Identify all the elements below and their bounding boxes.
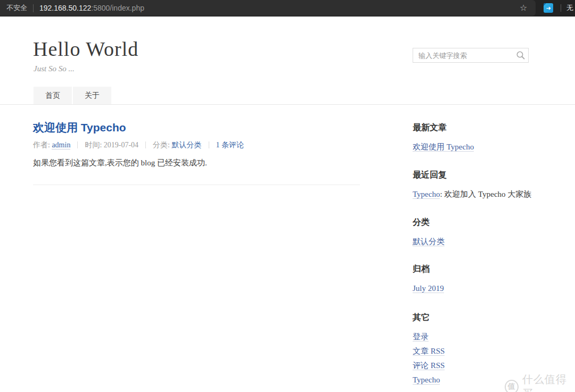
sidebar-section-categories: 分类 默认分类: [413, 218, 572, 249]
nav-bottom-border: [0, 104, 575, 105]
search-box: [413, 48, 529, 63]
main-nav: 首页 关于: [34, 87, 112, 104]
list-item: 评论 RSS: [413, 358, 572, 373]
meta-separator: [145, 141, 146, 148]
comments-link[interactable]: 1 条评论: [216, 141, 244, 149]
search-icon[interactable]: [515, 50, 526, 61]
sidebar-section-archives: 归档 July 2019: [413, 264, 572, 296]
post-meta: 作者: admin时间: 2019-07-04分类: 默认分类1 条评论: [33, 140, 244, 150]
sidebar-title-recent-comments: 最近回复: [413, 170, 572, 180]
sidebar-section-recent-posts: 最新文章 欢迎使用 Typecho: [413, 123, 572, 154]
nav-tab-home[interactable]: 首页: [34, 87, 72, 104]
site-subtitle: Just So So ...: [34, 64, 75, 73]
site-title[interactable]: Hello World: [33, 37, 138, 61]
search-input[interactable]: [413, 52, 515, 60]
smzdm-watermark-text: 什么值得买: [522, 372, 575, 392]
list-item: 文章 RSS: [413, 344, 572, 358]
time-label: 时间:: [85, 141, 103, 149]
browser-window: 不安全 192.168.50.122:5800/index.php ☆ ➜ 无 …: [0, 0, 575, 392]
smzdm-watermark: 值 什么值得买: [505, 372, 575, 392]
address-bar-content: 不安全 192.168.50.122:5800/index.php ☆ ➜ 无: [0, 0, 575, 16]
author-link[interactable]: admin: [52, 141, 70, 149]
smzdm-badge-icon: 值: [505, 380, 519, 392]
sidebar-title-archives: 归档: [413, 264, 572, 274]
sidebar-title-misc: 其它: [413, 313, 572, 322]
sidebar-section-recent-comments: 最近回复 Typecho: 欢迎加入 Typecho 大家族: [413, 170, 572, 202]
category-link[interactable]: 默认分类: [172, 141, 202, 149]
category-link[interactable]: 默认分类: [413, 237, 445, 246]
comment-author-link[interactable]: Typecho: [413, 190, 440, 199]
post-body: 如果您看到这篇文章,表示您的 blog 已经安装成功.: [33, 156, 360, 169]
sidebar-title-categories: 分类: [413, 218, 572, 227]
sidebar-title-recent-posts: 最新文章: [413, 123, 572, 132]
archive-link[interactable]: July 2019: [413, 284, 444, 293]
bookmark-star-icon[interactable]: ☆: [520, 2, 527, 14]
url-path: :5800/index.php: [91, 4, 144, 12]
author-label: 作者:: [33, 141, 52, 149]
nav-tab-about[interactable]: 关于: [73, 87, 111, 104]
category-label: 分类:: [153, 141, 171, 149]
browser-toolbar: 不安全 192.168.50.122:5800/index.php ☆ ➜ 无: [0, 0, 575, 16]
extension-arrow-glyph: ➜: [546, 5, 551, 11]
comment-rss-link[interactable]: 评论 RSS: [413, 361, 445, 370]
extension-icon[interactable]: ➜: [544, 3, 553, 13]
list-item: Typecho: 欢迎加入 Typecho 大家族: [413, 187, 572, 202]
meta-separator: [77, 141, 78, 148]
list-item: July 2019: [413, 281, 572, 296]
post-divider: [33, 185, 360, 185]
url-host: 192.168.50.122: [39, 4, 91, 12]
security-status-label[interactable]: 不安全: [6, 3, 27, 13]
post-date: 2019-07-04: [104, 141, 138, 149]
toolbar-divider: [561, 4, 561, 12]
list-item: 登录: [413, 330, 572, 344]
post-rss-link[interactable]: 文章 RSS: [413, 347, 445, 356]
profile-name-label[interactable]: 无: [566, 3, 573, 13]
comment-excerpt: : 欢迎加入 Typecho 大家族: [440, 190, 531, 198]
post-title-link[interactable]: 欢迎使用 Typecho: [33, 120, 126, 135]
meta-separator: [209, 141, 209, 148]
list-item: 默认分类: [413, 235, 572, 249]
list-item: 欢迎使用 Typecho: [413, 140, 572, 154]
recent-post-link[interactable]: 欢迎使用 Typecho: [413, 143, 474, 152]
address-url[interactable]: 192.168.50.122:5800/index.php: [39, 4, 144, 12]
typecho-link[interactable]: Typecho: [413, 376, 440, 385]
login-link[interactable]: 登录: [413, 332, 429, 341]
toolbar-divider: [33, 4, 34, 12]
